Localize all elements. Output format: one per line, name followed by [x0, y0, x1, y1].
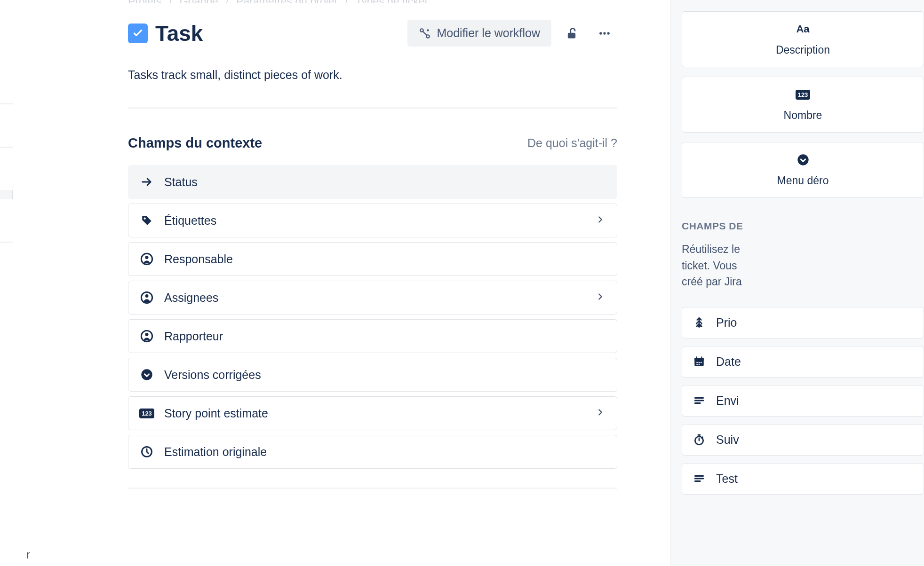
- field-label: Story point estimate: [164, 407, 585, 420]
- breadcrumb-sep: /: [169, 0, 172, 3]
- desc-line: Réutilisez le: [682, 243, 740, 255]
- svg-point-19: [696, 362, 698, 363]
- context-field-row[interactable]: Assignees: [128, 281, 617, 314]
- lines-icon: [693, 394, 706, 407]
- svg-point-22: [696, 364, 698, 365]
- svg-point-14: [141, 369, 152, 380]
- rail-divider: [0, 103, 13, 104]
- svg-point-23: [699, 364, 700, 365]
- suggested-field-label: Suiv: [716, 433, 739, 447]
- person-icon: [140, 291, 154, 305]
- field-type-label: Menu déro: [777, 174, 829, 187]
- clock-icon: [140, 445, 154, 459]
- context-field-row[interactable]: Responsable: [128, 242, 617, 276]
- unlock-icon: [565, 27, 578, 40]
- divider: [128, 107, 617, 109]
- field-type-label: Nombre: [784, 109, 822, 122]
- issue-type-description: Tasks track small, distinct pieces of wo…: [128, 68, 617, 82]
- context-help-link[interactable]: De quoi s'agit-il ?: [527, 136, 617, 150]
- priority-icon: [693, 316, 706, 329]
- stopwatch-icon: [693, 433, 706, 446]
- suggested-field-row[interactable]: Envi: [682, 385, 924, 417]
- edit-workflow-label: Modifier le workflow: [437, 26, 540, 40]
- arrow-right-icon: [140, 175, 154, 189]
- lines-icon: [693, 472, 706, 485]
- svg-point-13: [145, 333, 149, 336]
- text-aa-icon: Aa: [796, 22, 810, 36]
- dropdown-icon: [796, 153, 810, 167]
- field-label: Responsable: [164, 252, 605, 266]
- breadcrumb-sep: /: [226, 0, 229, 3]
- context-fields-list: StatusÉtiquettesResponsableAssigneesRapp…: [128, 165, 617, 469]
- breadcrumb-item[interactable]: Types de ticket: [355, 0, 427, 3]
- edit-workflow-button[interactable]: Modifier le workflow: [407, 20, 551, 47]
- svg-point-21: [701, 362, 702, 363]
- field-label: Estimation originale: [164, 445, 605, 459]
- desc-line: ticket. Vous: [682, 259, 737, 272]
- breadcrumb-item[interactable]: Paramètres du projet: [236, 0, 337, 3]
- svg-rect-3: [568, 32, 575, 38]
- suggested-field-label: Envi: [716, 394, 739, 408]
- suggested-fields-title: CHAMPS DE: [682, 220, 924, 232]
- person-icon: [140, 329, 154, 343]
- chevron-right-icon: [595, 407, 605, 420]
- suggested-field-row[interactable]: Prio: [682, 307, 924, 338]
- tag-icon: [140, 213, 154, 228]
- left-rail: [0, 0, 13, 566]
- suggested-field-label: Test: [716, 472, 738, 486]
- field-label: Status: [164, 175, 605, 189]
- suggested-field-row[interactable]: Date: [682, 346, 924, 377]
- lock-button[interactable]: [559, 21, 584, 46]
- context-field-row[interactable]: 123Story point estimate: [128, 396, 617, 430]
- right-panel: AaDescription123NombreMenu déro CHAMPS D…: [670, 0, 924, 566]
- breadcrumb-item[interactable]: Goappe: [180, 0, 218, 3]
- field-type-card[interactable]: Menu déro: [682, 142, 924, 198]
- more-icon: [598, 27, 611, 40]
- dropdown-icon: [140, 368, 154, 382]
- context-field-row[interactable]: Status: [128, 165, 617, 199]
- svg-point-11: [145, 294, 149, 298]
- task-type-icon: [128, 24, 148, 43]
- context-field-row[interactable]: Rapporteur: [128, 319, 617, 353]
- chevron-right-icon: [595, 214, 605, 228]
- suggested-field-row[interactable]: Test: [682, 463, 924, 495]
- calendar-icon: [693, 355, 706, 368]
- truncated-text: r: [26, 549, 30, 566]
- field-type-card[interactable]: 123Nombre: [682, 77, 924, 133]
- svg-point-4: [599, 32, 602, 34]
- svg-point-20: [699, 362, 700, 363]
- rail-divider-active: [0, 190, 13, 199]
- svg-point-9: [145, 256, 149, 259]
- workflow-icon: [419, 27, 431, 39]
- page-title: Task: [155, 21, 400, 46]
- field-type-label: Description: [776, 44, 830, 56]
- svg-point-5: [603, 32, 605, 34]
- svg-point-6: [607, 32, 609, 34]
- field-type-card[interactable]: AaDescription: [682, 11, 924, 67]
- svg-rect-18: [694, 358, 704, 360]
- field-label: Versions corrigées: [164, 368, 605, 382]
- rail-divider: [0, 242, 13, 243]
- suggested-fields-list: PrioDateEnviSuivTest: [682, 307, 924, 495]
- suggested-field-row[interactable]: Suiv: [682, 424, 924, 456]
- context-field-row[interactable]: Estimation originale: [128, 435, 617, 469]
- field-label: Étiquettes: [164, 214, 585, 228]
- main-panel: Projets / Goappe / Paramètres du projet …: [13, 0, 670, 566]
- more-actions-button[interactable]: [592, 21, 617, 46]
- svg-point-2: [427, 29, 429, 31]
- breadcrumb-item[interactable]: Projets: [128, 0, 162, 3]
- context-field-row[interactable]: Étiquettes: [128, 204, 617, 237]
- rail-divider: [0, 147, 13, 148]
- field-type-cards: AaDescription123NombreMenu déro: [682, 11, 924, 198]
- suggested-fields-desc: Réutilisez leticket. Vouscréé par Jira: [682, 241, 924, 290]
- number-badge-icon: 123: [796, 87, 810, 102]
- suggested-field-label: Prio: [716, 316, 737, 330]
- context-field-row[interactable]: Versions corrigées: [128, 358, 617, 392]
- field-label: Rapporteur: [164, 330, 605, 343]
- desc-line: créé par Jira: [682, 275, 742, 288]
- suggested-field-label: Date: [716, 355, 741, 369]
- context-fields-title: Champs du contexte: [128, 135, 262, 151]
- svg-point-16: [797, 154, 808, 165]
- breadcrumb[interactable]: Projets / Goappe / Paramètres du projet …: [128, 0, 617, 3]
- person-icon: [140, 252, 154, 266]
